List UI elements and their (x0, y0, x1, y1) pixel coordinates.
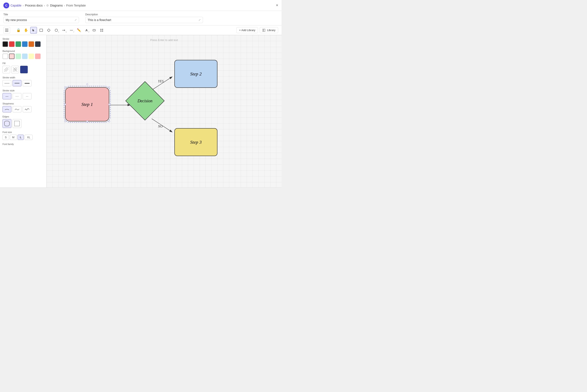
breadcrumb-diagrams[interactable]: Diagrams (50, 4, 63, 7)
stroke-medium[interactable] (12, 80, 22, 86)
library-button[interactable]: Library (260, 27, 278, 33)
properties-panel: Stroke Background Fill (0, 35, 47, 188)
tool-eraser[interactable] (91, 27, 98, 34)
font-family-section: Font family (2, 143, 44, 145)
breadcrumb-process-docs[interactable]: Process docs (25, 4, 43, 7)
stroke-color-4[interactable] (28, 42, 34, 47)
tool-diamond[interactable] (46, 27, 52, 34)
tool-arrow[interactable]: 5 (60, 27, 67, 34)
bg-color-1[interactable] (9, 54, 14, 59)
bg-color-3[interactable] (22, 54, 28, 59)
toolbar: 🔒 ✋ 1 6 5 7 ✏️ A7 + Add Library Library (0, 26, 282, 35)
bg-color-2[interactable] (16, 54, 21, 59)
style-solid[interactable]: — (2, 93, 11, 99)
stroke-thin[interactable] (2, 80, 11, 86)
svg-point-9 (100, 31, 101, 32)
tool-text[interactable]: A7 (83, 27, 90, 34)
fill-solid[interactable] (20, 66, 28, 73)
handle-rotate[interactable] (86, 84, 88, 85)
stroke-color-3[interactable] (22, 42, 28, 47)
tool-rect[interactable] (38, 27, 44, 34)
font-family-label: Font family (2, 143, 44, 145)
breadcrumb-sep1: › (23, 4, 24, 7)
tool-cursor[interactable]: 1 (30, 27, 37, 34)
edge-sharp[interactable] (12, 119, 22, 128)
fill-crosshatch[interactable] (11, 66, 19, 73)
close-button[interactable]: × (276, 3, 278, 8)
handle-ml[interactable] (64, 104, 66, 105)
stroke-label: Stroke (2, 38, 44, 40)
step1-container[interactable]: Step 1 (65, 87, 109, 122)
font-size-s[interactable]: S (2, 135, 9, 140)
description-expand-icon[interactable]: ⤢ (198, 18, 201, 22)
edges-label: Edges (2, 115, 44, 118)
style-dashed[interactable]: - - (12, 93, 22, 99)
stroke-thick[interactable] (23, 80, 32, 86)
bg-color-5[interactable] (35, 54, 40, 59)
fill-hatch[interactable] (2, 66, 10, 73)
font-size-xl[interactable]: XL (24, 135, 32, 140)
style-dotted[interactable]: ··· (23, 93, 32, 99)
tool-text-badge: 7 (88, 31, 89, 33)
handle-tr[interactable] (108, 86, 110, 88)
bg-color-4[interactable] (28, 54, 34, 59)
handle-bm[interactable] (86, 120, 88, 122)
fill-label: Fill (2, 62, 44, 64)
stroke-color-1[interactable] (9, 42, 14, 47)
description-input-wrapper[interactable]: This is a flowchart ⤢ (85, 17, 203, 23)
handle-bl[interactable] (64, 120, 66, 122)
title-expand-icon[interactable]: ⤢ (74, 18, 77, 22)
tool-line-badge: 7 (73, 31, 74, 33)
description-field-group: Description This is a flowchart ⤢ (85, 13, 203, 23)
stroke-color-2[interactable] (16, 42, 21, 47)
decision-container[interactable]: Decision (124, 80, 166, 122)
bg-color-0[interactable] (2, 54, 8, 59)
font-size-m[interactable]: M (10, 135, 17, 140)
thick-line (24, 83, 30, 84)
handle-mr[interactable] (108, 104, 110, 105)
sloppiness-medium[interactable] (12, 106, 22, 112)
stroke-color-0[interactable] (2, 42, 8, 47)
sloppiness-section: Sloppiness (2, 102, 44, 112)
tool-circle-badge: 6 (58, 31, 59, 33)
step2-box[interactable]: Step 2 (174, 60, 218, 88)
breadcrumb-sep3: › (64, 4, 65, 7)
no-label-svg: NO (158, 124, 163, 128)
svg-line-15 (6, 69, 8, 72)
tool-hand[interactable]: ✋ (23, 27, 30, 34)
tool-circle[interactable]: 6 (53, 27, 60, 34)
stroke-style-section: Stroke style — - - ··· (2, 89, 44, 99)
tool-split[interactable] (98, 27, 105, 34)
thin-line (4, 83, 10, 84)
stroke-width-label: Stroke width (2, 76, 44, 79)
breadcrumb-capable[interactable]: Capable (10, 4, 22, 7)
tool-pencil[interactable]: ✏️ (76, 27, 82, 34)
tool-lock[interactable]: 🔒 (15, 27, 22, 34)
add-library-button[interactable]: + Add Library (236, 27, 258, 33)
title-field-group: Title My new process ⤢ (3, 13, 79, 23)
title-input-wrapper[interactable]: My new process ⤢ (3, 17, 79, 23)
description-value: This is a flowchart (88, 18, 111, 22)
svg-point-2 (55, 29, 58, 32)
hamburger-menu[interactable] (3, 27, 10, 34)
stroke-color-5[interactable] (35, 42, 40, 47)
stroke-style-row: — - - ··· (2, 93, 44, 99)
handle-br[interactable] (108, 120, 110, 122)
step1-box[interactable]: Step 1 (65, 87, 109, 122)
font-size-section: Font size S M L XL (2, 131, 44, 140)
app-logo: C (3, 2, 9, 8)
sloppiness-label: Sloppiness (2, 102, 44, 105)
sloppiness-high[interactable] (23, 106, 32, 112)
fill-section: Fill (2, 62, 44, 73)
handle-tl[interactable] (64, 86, 66, 88)
step3-box[interactable]: Step 3 (174, 128, 218, 156)
svg-marker-1 (47, 29, 50, 32)
tool-line[interactable]: 7 (68, 27, 75, 34)
canvas-area[interactable]: Press Enter to add text YES (47, 35, 282, 188)
sloppiness-low[interactable] (2, 106, 11, 112)
background-color-row (2, 54, 44, 59)
font-size-l[interactable]: L (18, 135, 24, 140)
edge-rounded[interactable] (2, 119, 11, 128)
sloppiness-row (2, 106, 44, 112)
medium-line (14, 83, 20, 84)
